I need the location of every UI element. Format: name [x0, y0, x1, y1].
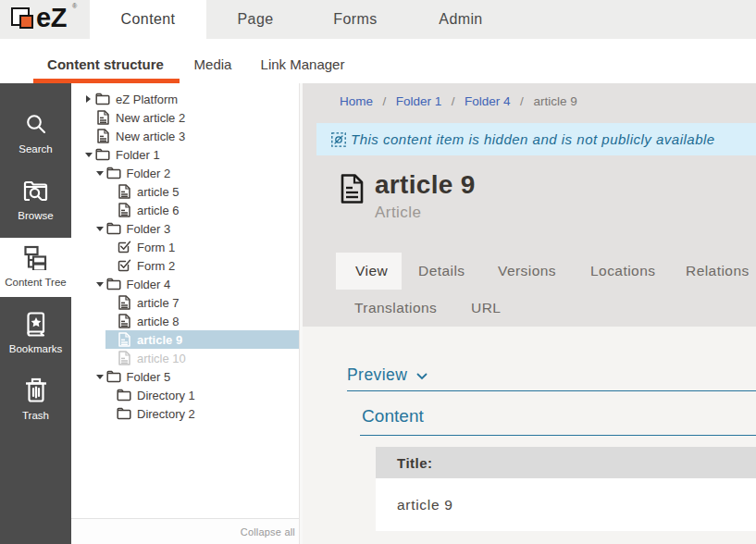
article-icon — [117, 184, 131, 199]
logo-orange-square-icon — [19, 15, 33, 29]
breadcrumb-item-article-9: article 9 — [533, 94, 576, 108]
sidebar-item-label: Search — [19, 143, 52, 155]
sidebar-item-search[interactable]: Search — [0, 105, 71, 164]
tree-arrow-slot — [96, 282, 106, 287]
tree-item-folder-5[interactable]: Folder 5 — [94, 367, 299, 386]
content-tab-details[interactable]: Details — [418, 253, 465, 290]
article-icon — [117, 351, 131, 365]
content-tab-url[interactable]: URL — [471, 290, 501, 327]
tree-item-label: article 9 — [137, 333, 182, 347]
view-tab-panel: Preview Content Title: article 9 — [303, 327, 756, 544]
breadcrumb-item-folder-1[interactable]: Folder 1 — [396, 94, 442, 108]
subnav-tab-content-structure[interactable]: Content structure — [47, 56, 164, 72]
tree-item-label: Folder 2 — [127, 167, 171, 180]
folder-icon — [117, 406, 131, 421]
content-menu-bar: Content structureMediaLink Manager — [0, 39, 756, 83]
form-icon — [117, 240, 131, 254]
tree-item-folder-4[interactable]: Folder 4 — [94, 275, 299, 293]
subnav-tab-link-manager[interactable]: Link Manager — [261, 56, 345, 72]
sidebar-item-bookmarks[interactable]: Bookmarks — [0, 304, 71, 364]
tree-item-label: article 10 — [137, 352, 186, 365]
article-icon — [95, 110, 110, 125]
main-menu-tab-admin[interactable]: Admin — [439, 0, 482, 39]
content-type-label: Article — [375, 204, 421, 222]
tree-collapse-icon[interactable] — [96, 227, 104, 231]
tree-item-folder-3[interactable]: Folder 3 — [94, 219, 299, 238]
main-content-area: Home/Folder 1/Folder 4/article 9 This co… — [303, 83, 756, 544]
title-field: Title: article 9 — [376, 447, 756, 531]
preview-section-header[interactable]: Preview — [347, 365, 428, 385]
breadcrumb-item-home[interactable]: Home — [340, 94, 373, 108]
tree-collapse-icon[interactable] — [96, 282, 104, 287]
tree-item-label: article 7 — [137, 296, 180, 310]
tree-item-form-1[interactable]: Form 1 — [105, 238, 300, 256]
tree-item-folder-2[interactable]: Folder 2 — [94, 164, 299, 182]
tree-item-folder-1[interactable]: Folder 1 — [84, 145, 300, 164]
content-tab-view[interactable]: View — [355, 253, 388, 290]
tree-item-article-10[interactable]: article 10 — [105, 349, 300, 367]
field-label-header: Title: — [376, 447, 756, 478]
tree-arrow-slot — [96, 171, 106, 176]
breadcrumb-separator: / — [452, 94, 455, 108]
field-value: article 9 — [397, 497, 453, 513]
page-title: article 9 — [375, 170, 476, 200]
folder-icon — [106, 221, 121, 236]
tree-collapse-icon[interactable] — [85, 153, 93, 157]
tree-item-new-article-2[interactable]: New article 2 — [84, 108, 300, 127]
tree-item-label: New article 2 — [116, 111, 185, 125]
preview-section-divider — [347, 390, 756, 391]
folder-icon — [95, 92, 110, 106]
preview-section-title: Preview — [347, 365, 407, 385]
article-icon — [117, 203, 131, 217]
tree-item-article-9[interactable]: article 9 — [105, 330, 300, 349]
content-tab-locations[interactable]: Locations — [590, 253, 655, 290]
tree-item-article-6[interactable]: article 6 — [105, 201, 300, 219]
breadcrumb-item-folder-4[interactable]: Folder 4 — [465, 94, 511, 108]
article-icon — [117, 314, 131, 328]
tree-arrow-slot — [96, 375, 106, 379]
tree-item-label: article 8 — [137, 315, 180, 328]
collapse-all-button[interactable]: Collapse all — [241, 526, 299, 538]
content-tab-relations[interactable]: Relations — [686, 253, 750, 290]
tree-item-new-article-3[interactable]: New article 3 — [84, 127, 300, 145]
tree-item-label: eZ Platform — [116, 93, 178, 106]
tree-item-form-2[interactable]: Form 2 — [105, 256, 300, 275]
tree-item-ez-platform[interactable]: eZ Platform — [84, 90, 300, 108]
search-icon — [25, 108, 47, 140]
sidebar-item-content-tree[interactable]: Content Tree — [0, 238, 71, 297]
chevron-down-icon — [416, 373, 428, 380]
article-icon — [341, 174, 364, 204]
field-label: Title: — [397, 455, 433, 471]
hidden-content-alert: This content item is hidden and is not p… — [316, 123, 756, 155]
subnav-tab-media[interactable]: Media — [194, 56, 232, 72]
field-value-body: article 9 — [376, 478, 756, 531]
sidebar-item-trash[interactable]: Trash — [0, 371, 71, 430]
tree-item-article-8[interactable]: article 8 — [105, 312, 300, 330]
tree-expand-icon[interactable] — [86, 95, 91, 103]
tree-item-article-5[interactable]: article 5 — [105, 182, 300, 201]
tree-item-label: Folder 4 — [127, 278, 171, 291]
main-menu-tab-forms[interactable]: Forms — [333, 0, 377, 39]
tree-item-label: article 5 — [137, 185, 180, 199]
content-tab-translations[interactable]: Translations — [354, 290, 437, 327]
sidebar-item-browse[interactable]: Browse — [0, 171, 71, 230]
main-menu-tab-page[interactable]: Page — [238, 0, 274, 39]
registered-trademark-icon: ® — [72, 3, 77, 9]
main-menu-tab-content[interactable]: Content — [121, 0, 176, 39]
ez-logo[interactable]: eZ ® — [0, 0, 89, 39]
alert-text: This content item is hidden and is not p… — [351, 131, 715, 147]
tree-item-label: article 6 — [137, 204, 180, 217]
tree-collapse-icon[interactable] — [96, 375, 104, 379]
tree-item-label: Folder 5 — [127, 370, 171, 384]
tree-collapse-icon[interactable] — [96, 171, 104, 176]
tree-item-article-7[interactable]: article 7 — [105, 293, 300, 312]
tree-item-label: New article 3 — [116, 130, 185, 143]
tree-item-label: Folder 3 — [127, 222, 171, 236]
tree-item-label: Directory 1 — [137, 389, 195, 402]
folder-icon — [106, 166, 121, 180]
tree-item-directory-1[interactable]: Directory 1 — [105, 386, 300, 404]
tree-item-directory-2[interactable]: Directory 2 — [105, 404, 300, 423]
bookmarks-icon — [24, 308, 48, 340]
sidebar-item-label: Content Tree — [5, 277, 66, 288]
content-tab-versions[interactable]: Versions — [498, 253, 556, 290]
